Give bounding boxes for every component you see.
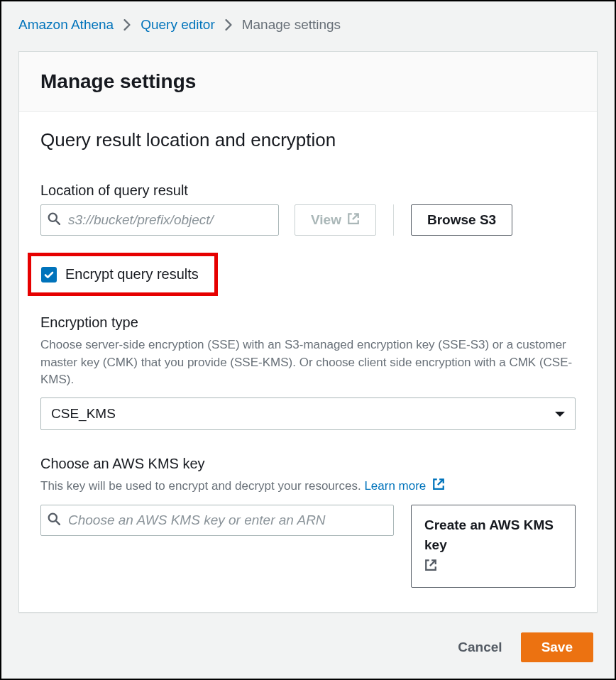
encryption-type-value: CSE_KMS xyxy=(51,406,116,422)
browse-s3-button[interactable]: Browse S3 xyxy=(411,204,512,236)
save-button[interactable]: Save xyxy=(521,632,593,662)
breadcrumb-current: Manage settings xyxy=(242,17,341,33)
caret-down-icon xyxy=(554,406,566,422)
external-link-icon xyxy=(347,212,360,229)
learn-more-link[interactable]: Learn more xyxy=(364,479,445,493)
cancel-button[interactable]: Cancel xyxy=(453,639,506,656)
external-link-icon xyxy=(424,557,562,578)
settings-card: Manage settings Query result location an… xyxy=(18,51,598,613)
encrypt-checkbox[interactable] xyxy=(41,267,57,283)
kms-key-desc: This key will be used to encrypt and dec… xyxy=(40,478,576,496)
svg-point-1 xyxy=(49,513,57,521)
location-input[interactable] xyxy=(40,204,279,236)
browse-s3-button-label: Browse S3 xyxy=(427,212,496,228)
breadcrumb-link-athena[interactable]: Amazon Athena xyxy=(18,17,114,33)
breadcrumb-link-query-editor[interactable]: Query editor xyxy=(141,17,215,33)
encryption-type-select[interactable]: CSE_KMS xyxy=(40,397,576,430)
svg-point-0 xyxy=(49,214,57,221)
view-button-label: View xyxy=(311,212,341,228)
create-kms-key-button[interactable]: Create an AWS KMS key xyxy=(411,505,576,588)
chevron-right-icon xyxy=(225,19,232,31)
kms-key-input[interactable] xyxy=(40,505,394,536)
encrypt-checkbox-highlight: Encrypt query results xyxy=(28,253,218,296)
chevron-right-icon xyxy=(123,19,131,31)
kms-key-label: Choose an AWS KMS key xyxy=(40,456,576,472)
breadcrumb: Amazon Athena Query editor Manage settin… xyxy=(18,17,598,33)
encryption-type-desc: Choose server-side encryption (SSE) with… xyxy=(40,336,576,389)
view-button[interactable]: View xyxy=(295,204,376,236)
footer-actions: Cancel Save xyxy=(18,632,598,662)
encryption-type-label: Encryption type xyxy=(40,314,576,331)
divider xyxy=(393,204,394,236)
kms-key-desc-text: This key will be used to encrypt and dec… xyxy=(40,479,364,493)
section-title: Query result location and encryption xyxy=(40,129,576,151)
location-label: Location of query result xyxy=(40,182,576,199)
card-header: Manage settings xyxy=(19,52,597,112)
page-title: Manage settings xyxy=(40,70,576,93)
create-kms-key-button-label: Create an AWS KMS key xyxy=(424,517,554,553)
external-link-icon xyxy=(432,478,445,496)
search-icon xyxy=(48,212,60,228)
encrypt-checkbox-label[interactable]: Encrypt query results xyxy=(65,266,199,283)
search-icon xyxy=(48,512,60,528)
